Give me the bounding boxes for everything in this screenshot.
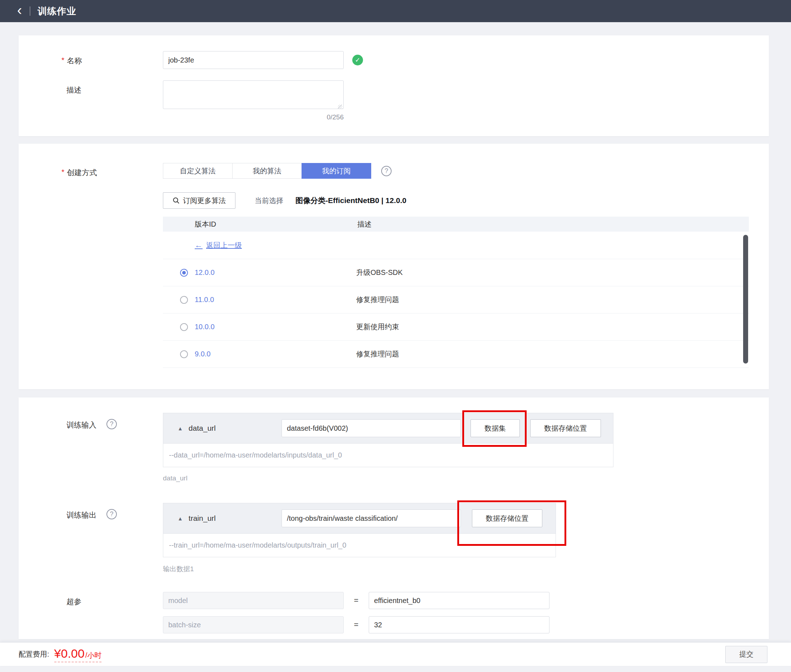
train-url-panel: ▲ train_url 数据存储位置 --train_url=/home/ma-… [163,503,556,573]
name-label: 名称 [67,56,82,66]
version-radio[interactable] [180,350,188,358]
hyperparam-row: = [163,616,550,634]
name-row: * 名称 ✓ [19,51,769,69]
version-radio[interactable] [180,323,188,331]
fee-label: 配置费用: [19,650,49,659]
hyperparam-value-input[interactable] [369,616,550,634]
data-url-panel: ▲ data_url 数据集 数据存储位置 --data_url=/home/m… [163,413,614,483]
hyperparams-section: 超参 = = [19,592,769,634]
creation-method-card: * 创建方式 自定义算法 我的算法 我的订阅 ? 订阅更多算法 当前选择 图像分… [19,144,769,389]
train-url-panel-header: ▲ train_url 数据存储位置 [163,503,556,534]
equals-sign: = [354,596,359,605]
training-input-section: 训练输入 ? ▲ data_url 数据集 数据存储位置 --data_url=… [19,413,769,483]
version-radio[interactable] [180,269,188,277]
creation-label: 创建方式 [67,168,97,178]
hyperparam-key-input [163,592,344,609]
back-to-parent-link[interactable]: ← 返回上一级 [195,240,242,250]
version-row[interactable]: 12.0.0 升级OBS-SDK [163,259,749,286]
output-storage-location-button[interactable]: 数据存储位置 [472,509,542,527]
creation-row: * 创建方式 自定义算法 我的算法 我的订阅 ? [19,163,769,179]
back-row: ← 返回上一级 [163,232,749,259]
subscribe-more-label: 订阅更多算法 [183,196,226,206]
subscribe-more-button[interactable]: 订阅更多算法 [163,192,235,209]
description-textarea[interactable] [163,80,344,109]
tab-my-subscription[interactable]: 我的订阅 [302,163,371,179]
param-name: train_url [189,514,216,523]
hyperparams-label: 超参 [66,597,81,606]
training-output-help-icon[interactable]: ? [107,509,117,519]
collapse-icon[interactable]: ▲ [177,515,183,522]
hyperparams-label-col: 超参 [19,592,163,606]
search-icon [173,197,180,204]
top-bar: ‹ 训练作业 [0,0,791,22]
current-selection-value: 图像分类-EfficientNetB0 | 12.0.0 [296,195,406,206]
hyperparam-rows: = = [163,592,550,634]
vertical-scrollbar[interactable] [743,235,748,363]
creation-help-icon[interactable]: ? [381,166,392,176]
version-id: 10.0.0 [195,323,356,331]
fee-unit: /小时 [85,651,102,660]
training-config-card: 训练输入 ? ▲ data_url 数据集 数据存储位置 --data_url=… [19,397,769,639]
training-output-label: 训练输出 [66,510,96,520]
back-icon[interactable]: ‹ [17,3,22,17]
back-link-label: 返回上一级 [206,240,242,250]
tab-custom-algorithm[interactable]: 自定义算法 [163,163,233,179]
header-version-id: 版本ID [163,219,357,229]
training-input-label: 训练输入 [66,420,96,430]
equals-sign: = [354,620,359,629]
data-url-footnote: data_url [163,474,614,483]
footer-bar: 配置费用: ¥0.00 /小时 提交 [0,642,791,666]
version-desc: 修复推理问题 [356,295,399,304]
header-description: 描述 [357,219,749,229]
name-input[interactable] [163,51,344,69]
valid-check-icon: ✓ [352,55,363,66]
hyperparam-row: = [163,592,550,609]
collapse-icon[interactable]: ▲ [177,426,183,432]
required-asterisk: * [61,56,64,64]
creation-label-col: * 创建方式 [19,163,163,178]
data-storage-location-button[interactable]: 数据存储位置 [530,419,601,437]
page-title: 训练作业 [38,5,76,18]
tab-my-algorithm[interactable]: 我的算法 [232,163,302,179]
version-table-header: 版本ID 描述 [163,217,749,232]
desc-row: 描述 0/256 [19,80,769,121]
version-desc: 修复推理问题 [356,349,399,359]
version-row[interactable]: 11.0.0 修复推理问题 [163,286,749,314]
version-row[interactable]: 10.0.0 更新使用约束 [163,314,749,341]
current-selection-label: 当前选择 [255,196,283,206]
version-id: 12.0.0 [195,269,356,277]
basic-info-card: * 名称 ✓ 描述 0/256 [19,35,769,136]
train-url-input[interactable] [281,509,461,527]
version-table: 版本ID 描述 ← 返回上一级 12.0.0 升级OBS-SDK 11.0.0 … [163,217,749,368]
fee-value: ¥0.00 [54,646,85,661]
version-id: 9.0.0 [195,350,356,358]
desc-col: 0/256 [163,80,344,121]
name-label-col: * 名称 [19,51,163,66]
hyperparam-key-input [163,616,344,634]
version-desc: 升级OBS-SDK [356,268,403,277]
subscribe-row: 订阅更多算法 当前选择 图像分类-EfficientNetB0 | 12.0.0 [163,192,769,209]
required-asterisk: * [61,168,64,176]
version-radio[interactable] [180,296,188,304]
training-input-help-icon[interactable]: ? [107,419,117,429]
submit-button[interactable]: 提交 [725,646,767,663]
training-output-label-col: 训练输出 ? [19,503,163,520]
fee-group: ¥0.00 /小时 [54,646,102,662]
data-url-panel-header: ▲ data_url 数据集 数据存储位置 [163,413,614,443]
train-url-footnote: 输出数据1 [163,565,556,573]
training-input-label-col: 训练输入 ? [19,413,163,430]
dataset-button[interactable]: 数据集 [471,419,520,437]
train-url-hint: --train_url=/home/ma-user/modelarts/outp… [163,534,556,557]
data-url-hint: --data_url=/home/ma-user/modelarts/input… [163,443,614,467]
creation-tabs: 自定义算法 我的算法 我的订阅 [163,163,371,179]
version-row[interactable]: 9.0.0 修复推理问题 [163,341,749,368]
training-output-section: 训练输出 ? ▲ train_url 数据存储位置 --train_url=/h… [19,503,769,573]
header-divider [30,6,30,16]
data-url-input[interactable] [281,419,461,437]
hyperparam-value-input[interactable] [369,592,550,609]
char-counter: 0/256 [163,113,344,121]
param-name: data_url [189,424,216,432]
version-desc: 更新使用约束 [356,322,399,332]
version-id: 11.0.0 [195,296,356,304]
desc-label: 描述 [66,85,81,95]
